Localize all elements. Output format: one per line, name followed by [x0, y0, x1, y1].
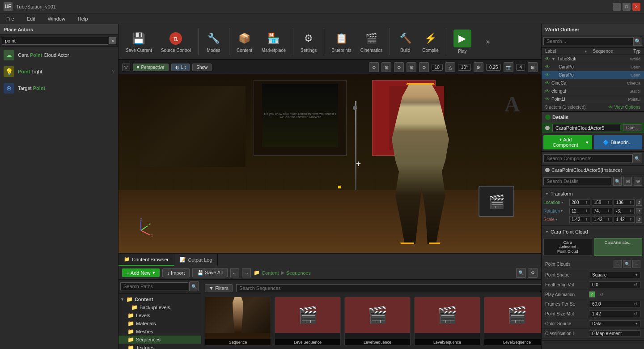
menu-help[interactable]: Help	[75, 15, 91, 22]
outliner-item[interactable]: 👁 elongat Staticl	[542, 87, 644, 95]
pc-nav-right[interactable]: →	[632, 260, 640, 268]
folder-backup-levels[interactable]: 📁 BackupLevels	[119, 303, 201, 311]
vp-icon-5[interactable]: ⊙	[419, 62, 429, 72]
list-item[interactable]: ☁ Cara Point Cloud Actor	[0, 47, 118, 64]
list-item[interactable]: 💡 Point Light ?	[0, 64, 118, 80]
feathering-reset[interactable]: ↺	[634, 282, 637, 287]
feathering-value[interactable]: 0.0 ↺	[589, 281, 640, 288]
lit-button[interactable]: ◐ Lit	[171, 64, 190, 71]
folder-sequences[interactable]: 📁 Sequences	[119, 336, 201, 344]
search-details-button[interactable]: 🔍	[613, 177, 622, 186]
path-sequences[interactable]: Sequences	[286, 270, 311, 276]
blueprints-button[interactable]: 📋 Blueprints	[328, 29, 355, 55]
scale-reset-button[interactable]: ↺	[636, 217, 642, 223]
visibility-icon[interactable]: 👁	[545, 56, 550, 61]
pc-tab-2[interactable]: CaraAnimate...	[594, 238, 643, 256]
outliner-item[interactable]: 👁 CaraPo Open	[542, 63, 644, 71]
rotation-reset-button[interactable]: ↺	[636, 208, 642, 214]
visibility-icon[interactable]: 👁	[545, 72, 550, 77]
location-reset-button[interactable]: ↺	[636, 200, 642, 206]
folder-materials[interactable]: 📁 Materials	[119, 319, 201, 328]
visibility-icon[interactable]: 👁	[545, 89, 550, 94]
folder-textures[interactable]: 📁 Textures	[119, 344, 201, 349]
outliner-view-options[interactable]: 👁 View Options	[608, 105, 640, 110]
pc-search-button[interactable]: 🔍	[623, 260, 631, 268]
add-component-button[interactable]: + Add Component ▾	[543, 135, 592, 149]
pc-tab-1[interactable]: CaraAnimatedPoint Cloud	[543, 238, 592, 256]
outliner-item-selected[interactable]: 👁 CaraPo Open	[542, 71, 644, 79]
search-components-input[interactable]	[543, 154, 632, 162]
details-eye-icon[interactable]: 👁	[634, 177, 642, 186]
actor-search-clear[interactable]: ✕	[109, 37, 116, 44]
more-button[interactable]: »	[477, 36, 499, 47]
frames-reset[interactable]: ↺	[634, 302, 637, 306]
close-button[interactable]: ✕	[632, 3, 640, 11]
path-content[interactable]: Content	[262, 270, 279, 276]
tab-output-log[interactable]: 📝 Output Log	[174, 254, 218, 266]
content-item[interactable]: 🎬 LevelSequence	[275, 297, 341, 346]
scale-z-field[interactable]: 1.42 ⬆	[614, 216, 635, 223]
scale-x-field[interactable]: 1.42 ⬆	[569, 216, 590, 223]
content-item[interactable]: 🎬 LevelSequence	[484, 297, 541, 346]
vp-icon-2[interactable]: ⊙	[381, 62, 391, 72]
folder-levels[interactable]: 📁 Levels	[119, 311, 201, 319]
scale-y-field[interactable]: 1.42 ⬆	[592, 216, 613, 223]
frames-per-sec-value[interactable]: 60.0 ↺	[589, 301, 640, 307]
content-item[interactable]: 🎬 LevelSequence	[344, 297, 411, 346]
folder-content[interactable]: ▼ 📁 Content	[119, 295, 201, 303]
visibility-icon[interactable]: 👁	[545, 64, 550, 69]
vp-speed-icon[interactable]: ⚙	[474, 62, 483, 72]
maximize-button[interactable]: □	[623, 3, 631, 11]
add-new-button[interactable]: + Add New ▾	[122, 268, 160, 277]
marketplace-button[interactable]: 🏪 Marketplace	[258, 29, 289, 55]
blueprint-button[interactable]: 🔷 Blueprin...	[594, 135, 643, 149]
nav-forward-button[interactable]: →	[242, 268, 251, 277]
content-button[interactable]: 📦 Content	[233, 29, 256, 55]
component-instance-item[interactable]: CaraPointCloudActor5(Instance)	[542, 166, 644, 175]
content-item[interactable]: Sequence	[205, 297, 271, 346]
details-grid-view[interactable]: ⊞	[623, 177, 632, 186]
vp-fullscreen-icon[interactable]: ⊞	[528, 62, 538, 72]
settings-button[interactable]: ⚙ Settings	[297, 29, 320, 55]
filters-button[interactable]: ▼ Filters	[205, 284, 233, 292]
play-animation-checkbox[interactable]: ✓	[589, 291, 595, 298]
menu-file[interactable]: File	[4, 15, 17, 22]
outliner-search-button[interactable]: 🔍	[633, 37, 642, 46]
vp-icon-1[interactable]: ⊙	[369, 62, 379, 72]
search-sequences-input[interactable]	[236, 284, 541, 292]
location-y-field[interactable]: 158 ⬆	[592, 199, 613, 206]
import-button[interactable]: ↓ Import	[162, 268, 190, 277]
play-animation-reset[interactable]: ↺	[600, 292, 603, 297]
save-current-button[interactable]: 💾 Save Current	[122, 29, 156, 55]
save-all-button[interactable]: 💾 Save All	[192, 268, 228, 277]
color-source-value[interactable]: Data ▾	[589, 320, 640, 327]
classification-value[interactable]: 0 Map element	[589, 330, 640, 337]
actor-open-button[interactable]: Ope...	[623, 124, 641, 131]
play-button[interactable]: ▶ Play	[450, 28, 475, 55]
vp-grid-icon[interactable]: △	[445, 62, 455, 72]
rotation-z-field[interactable]: -3. ⬆	[614, 208, 635, 214]
compile-button[interactable]: ⚡ Compile	[419, 29, 442, 55]
list-item[interactable]: ⊕ Target Point	[0, 80, 118, 97]
vp-icon-3[interactable]: ⊙	[394, 62, 404, 72]
outliner-item[interactable]: 👁 ▼ TubeStati World	[542, 55, 644, 63]
pc-nav-left[interactable]: ←	[614, 260, 622, 268]
nav-back-button[interactable]: ←	[230, 268, 239, 277]
point-shape-value[interactable]: Square ▾	[589, 272, 640, 278]
point-size-reset[interactable]: ↺	[634, 311, 637, 316]
build-button[interactable]: 🔨 Build	[394, 29, 417, 55]
minimize-button[interactable]: —	[613, 3, 621, 11]
modes-button[interactable]: 🔧 Modes	[202, 29, 225, 55]
vp-icon-4[interactable]: ⊙	[407, 62, 416, 72]
visibility-icon[interactable]: 👁	[545, 97, 550, 102]
viewport-scene[interactable]: Do you know how much British farmers wil…	[119, 74, 541, 253]
bottom-settings-icon[interactable]: ⚙	[528, 268, 538, 278]
search-details-input[interactable]	[543, 177, 611, 185]
menu-window[interactable]: Window	[45, 15, 68, 22]
content-item[interactable]: 🎬 LevelSequence	[414, 297, 480, 346]
show-button[interactable]: Show	[192, 64, 212, 71]
point-size-value[interactable]: 1.42 ↺	[589, 311, 640, 317]
search-components-button[interactable]: 🔍	[632, 153, 642, 163]
cinematics-button[interactable]: 🎬 Cinematics	[357, 29, 386, 55]
location-z-field[interactable]: 136 ⬆	[614, 199, 635, 206]
